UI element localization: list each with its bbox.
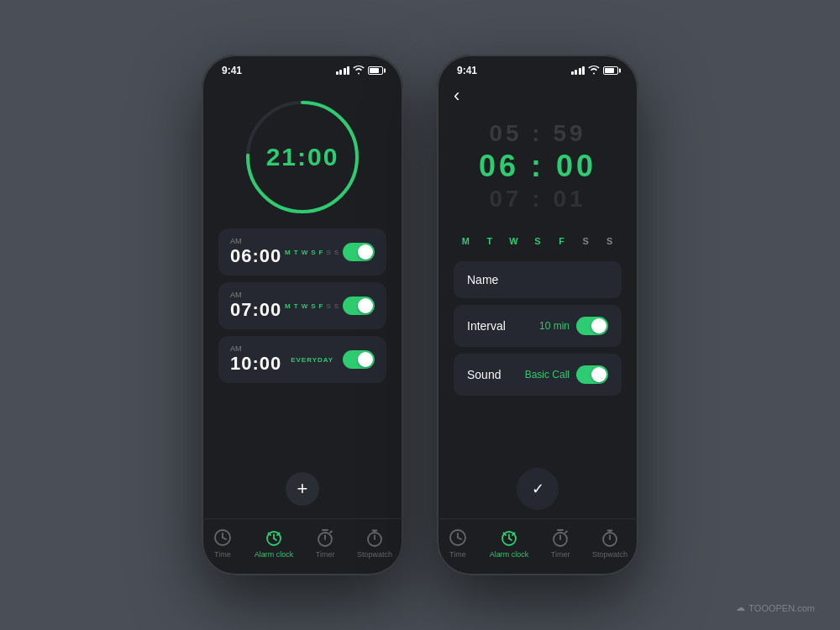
nav-item-alarm-2[interactable]: Alarm clock	[490, 528, 529, 559]
sound-toggle[interactable]	[576, 365, 608, 384]
setting-sound-label: Sound	[467, 368, 501, 381]
confirm-button-container: ✓	[454, 459, 622, 518]
day-S2-2: S	[326, 302, 331, 310]
everyday-label: EVERYDAY	[291, 356, 333, 364]
alarm-item-2[interactable]: AM 07:00 M T W S F S S	[218, 282, 386, 329]
alarm-left-3: AM 10:00	[230, 344, 281, 375]
watermark-text: TOOOPEN.com	[748, 603, 815, 613]
day-S2-1: S	[326, 249, 331, 256]
day-selector-W[interactable]: W	[501, 229, 525, 253]
time-picker-current: 06 : 00	[479, 149, 596, 184]
alarm-toggle-3[interactable]	[343, 350, 375, 369]
clock-circle-container: 21:00	[218, 81, 386, 228]
clock-circle: 21:00	[239, 94, 365, 220]
nav-item-time-1[interactable]: Time	[213, 528, 233, 559]
day-selector-S1[interactable]: S	[526, 229, 549, 253]
phone2-content: ‹ 05 : 59 06 : 00 07 : 01 M T W S F S S	[437, 81, 638, 518]
alarm-days-3: EVERYDAY	[291, 356, 333, 364]
timer-icon-2	[550, 528, 570, 548]
wifi-icon	[353, 66, 365, 76]
alarm-item-3[interactable]: AM 10:00 EVERYDAY	[218, 336, 386, 383]
app-container: 9:41	[202, 55, 638, 575]
status-time-2: 9:41	[457, 65, 477, 76]
confirm-button[interactable]: ✓	[517, 468, 559, 510]
alarm-toggle-2[interactable]	[343, 297, 375, 315]
svg-line-23	[509, 538, 512, 540]
setting-interval-label: Interval	[467, 319, 506, 333]
day-W-1: W	[302, 249, 309, 256]
watermark: ☁ TOOOPEN.com	[736, 602, 815, 613]
status-icons-2	[571, 66, 619, 76]
day-F-1: F	[319, 249, 324, 256]
bottom-nav-1: Time Alarm clock	[202, 518, 403, 575]
alarm-time-1: 06:00	[230, 245, 281, 267]
interval-toggle[interactable]	[576, 317, 608, 335]
add-alarm-button[interactable]: +	[286, 472, 319, 506]
days-selector: M T W S F S S	[454, 221, 622, 261]
alarm-days-1: M T W S F S S	[285, 249, 339, 256]
nav-item-alarm-1[interactable]: Alarm clock	[255, 528, 294, 559]
day-M-2: M	[285, 302, 291, 310]
alarm-toggle-1[interactable]	[343, 243, 375, 261]
phone1-content: 21:00 AM 06:00 M T W S F	[202, 81, 403, 518]
svg-line-20	[458, 538, 461, 539]
alarm-left-1: AM 06:00	[230, 237, 281, 267]
back-chevron-icon[interactable]: ‹	[454, 85, 459, 106]
nav-label-time-1: Time	[214, 550, 231, 559]
main-clock-display: 21:00	[266, 143, 339, 171]
day-selector-T[interactable]: T	[478, 229, 501, 253]
setting-sound-right: Basic Call	[525, 365, 608, 384]
nav-item-timer-2[interactable]: Timer	[550, 528, 570, 559]
svg-line-13	[330, 532, 332, 533]
alarm-left-2: AM 07:00	[230, 291, 281, 321]
bottom-nav-2: Time Alarm clock	[437, 518, 638, 575]
setting-interval-right: 10 min	[539, 317, 608, 335]
alarm-list: AM 06:00 M T W S F S S	[218, 228, 386, 459]
alarm-ampm-2: AM	[230, 291, 281, 299]
nav-label-alarm-1: Alarm clock	[255, 550, 294, 559]
nav-label-alarm-2: Alarm clock	[490, 550, 529, 559]
day-selector-S2[interactable]: S	[574, 229, 597, 253]
nav-item-timer-1[interactable]: Timer	[315, 528, 335, 559]
nav-label-stopwatch-2: Stopwatch	[592, 550, 627, 559]
stopwatch-icon-1	[365, 528, 385, 548]
status-bar-2: 9:41	[437, 55, 638, 81]
day-selector-F[interactable]: F	[550, 229, 574, 253]
day-W-2: W	[302, 302, 309, 310]
day-S3-1: S	[334, 249, 339, 256]
add-button-container: +	[218, 459, 386, 518]
timer-icon-1	[315, 528, 335, 548]
setting-interval-value: 10 min	[539, 320, 570, 332]
signal-icon-2	[571, 66, 585, 75]
setting-name[interactable]: Name	[454, 261, 622, 298]
svg-line-4	[223, 538, 226, 539]
alarm-time-3: 10:00	[230, 353, 281, 375]
setting-interval[interactable]: Interval 10 min	[454, 305, 622, 347]
nav-label-timer-2: Timer	[551, 550, 570, 559]
battery-icon-2	[603, 66, 618, 75]
alarm-ampm-1: AM	[230, 237, 281, 245]
time-picker: 05 : 59 06 : 00 07 : 01	[454, 112, 622, 221]
setting-name-label: Name	[467, 273, 498, 286]
status-bar-1: 9:41	[202, 55, 403, 81]
nav-item-stopwatch-2[interactable]: Stopwatch	[592, 528, 627, 559]
setting-sound[interactable]: Sound Basic Call	[454, 354, 622, 396]
back-button[interactable]: ‹	[454, 81, 622, 112]
phone2: 9:41 ‹	[437, 55, 638, 575]
status-icons-1	[336, 66, 384, 76]
alarm-clock-icon-2	[499, 528, 519, 548]
nav-label-stopwatch-1: Stopwatch	[357, 550, 392, 559]
alarm-time-2: 07:00	[230, 299, 281, 321]
day-S3-2: S	[334, 302, 339, 310]
clock-icon-1	[213, 528, 233, 548]
wifi-icon-2	[588, 66, 600, 76]
clock-icon-2	[448, 528, 468, 548]
nav-item-stopwatch-1[interactable]: Stopwatch	[357, 528, 392, 559]
day-T-1: T	[294, 249, 299, 256]
alarm-item-1[interactable]: AM 06:00 M T W S F S S	[218, 228, 386, 276]
day-selector-M[interactable]: M	[454, 229, 477, 253]
day-T-2: T	[294, 302, 299, 310]
day-selector-S3[interactable]: S	[598, 229, 622, 253]
settings-section: Name Interval 10 min Sound Basic Call	[454, 261, 622, 459]
nav-item-time-2[interactable]: Time	[448, 528, 468, 559]
